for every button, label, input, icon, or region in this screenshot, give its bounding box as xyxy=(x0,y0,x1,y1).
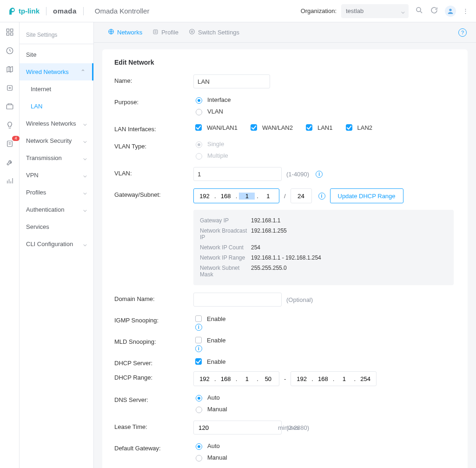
lanif-lan1[interactable]: LAN1 xyxy=(304,123,333,132)
gateway-info-box: Gateway IP192.168.1.1 Network Broadcast … xyxy=(193,210,454,285)
sidebar-item-lan[interactable]: LAN xyxy=(20,98,93,115)
vlan-type-label: VLAN Type: xyxy=(114,140,193,150)
vlan-input[interactable] xyxy=(193,167,282,181)
update-dhcp-range-button[interactable]: Update DHCP Range xyxy=(330,188,403,203)
more-icon[interactable]: ⋮ xyxy=(463,7,469,14)
dns-manual-radio[interactable]: Manual xyxy=(193,405,456,413)
sidebar-item-wired-networks[interactable]: Wired Networks ⌃ xyxy=(20,63,93,80)
sidebar-item-services[interactable]: Services xyxy=(20,218,93,235)
sidebar: Site Settings Site Wired Networks ⌃ Inte… xyxy=(20,22,94,468)
rail-dashboard[interactable] xyxy=(5,27,15,37)
dns-auto-radio[interactable]: Auto xyxy=(193,394,456,401)
tab-profile[interactable]: Profile xyxy=(152,29,178,36)
name-label: Name: xyxy=(114,74,193,84)
chevron-down-icon: ⌵ xyxy=(401,7,405,14)
search-icon[interactable] xyxy=(415,6,423,16)
chevron-down-icon: ⌵ xyxy=(83,241,87,247)
tabs: Networks Profile Switch Settings ? xyxy=(94,22,476,43)
sidebar-item-vpn[interactable]: VPN⌵ xyxy=(20,167,93,184)
main-content: Networks Profile Switch Settings ? Edit … xyxy=(94,22,476,468)
defgw-auto-radio[interactable]: Auto xyxy=(193,442,456,450)
rail-tools[interactable] xyxy=(5,157,15,167)
dhcp-server-enable-check[interactable]: Enable xyxy=(193,357,456,366)
sidebar-item-cli-configuration[interactable]: CLI Configuration⌵ xyxy=(20,235,93,253)
tab-switch-settings[interactable]: Switch Settings xyxy=(189,28,239,36)
svg-point-0 xyxy=(12,9,14,11)
lanif-wanlan1[interactable]: WAN/LAN1 xyxy=(193,123,238,132)
chevron-down-icon: ⌵ xyxy=(83,189,87,196)
mld-label: MLD Snooping: xyxy=(114,335,193,345)
dns-server-label: DNS Server: xyxy=(114,394,193,403)
dhcp-server-label: DHCP Server: xyxy=(114,357,193,367)
igmp-label: IGMP Snooping: xyxy=(114,314,193,324)
tplink-logo: tp-link xyxy=(7,7,40,16)
svg-point-1 xyxy=(416,7,421,12)
rail-clients[interactable] xyxy=(5,101,15,112)
gear-icon xyxy=(189,28,195,36)
chevron-down-icon: ⌵ xyxy=(83,154,87,161)
vlan-type-multiple: Multiple xyxy=(193,152,456,160)
info-icon[interactable]: i xyxy=(195,324,202,331)
sidebar-item-site[interactable]: Site xyxy=(20,46,93,63)
rail-map[interactable] xyxy=(5,64,15,74)
separator xyxy=(46,7,46,15)
user-avatar[interactable] xyxy=(445,6,456,17)
sidebar-item-wireless-networks[interactable]: Wireless Networks⌵ xyxy=(20,115,93,132)
chevron-down-icon: ⌵ xyxy=(83,206,87,213)
edit-network-panel: Edit Network Name: Purpose: Interface VL… xyxy=(102,49,468,468)
purpose-interface-radio[interactable]: Interface xyxy=(193,96,456,104)
purpose-label: Purpose: xyxy=(114,96,193,106)
optional-hint: (Optional) xyxy=(286,296,313,303)
dhcp-range-from[interactable]: . . . xyxy=(193,371,279,386)
rail-insights[interactable] xyxy=(5,120,15,130)
sidebar-header: Site Settings xyxy=(20,26,93,44)
rail-log[interactable]: 4 xyxy=(5,139,15,149)
info-icon[interactable]: i xyxy=(195,345,202,352)
brand-tp-text: tp-link xyxy=(19,7,40,15)
topbar: tp-link omada Omada Kontroller Organizat… xyxy=(0,0,476,22)
mld-enable-check[interactable]: Enable xyxy=(193,335,456,345)
rail-stats[interactable] xyxy=(5,46,15,56)
lanif-wanlan2[interactable]: WAN/LAN2 xyxy=(249,123,293,132)
info-icon[interactable]: i xyxy=(316,171,323,178)
info-icon[interactable]: i xyxy=(318,193,325,200)
profile-icon xyxy=(152,29,159,36)
domain-name-input[interactable] xyxy=(193,293,282,307)
chevron-up-icon: ⌃ xyxy=(80,68,86,75)
subnet-input[interactable] xyxy=(291,188,312,203)
svg-rect-9 xyxy=(7,86,12,91)
lease-time-input[interactable]: minutes xyxy=(193,421,282,435)
purpose-vlan-radio[interactable]: VLAN xyxy=(193,107,456,115)
svg-rect-4 xyxy=(7,29,9,31)
vlan-hint: (1-4090) xyxy=(286,171,309,178)
rail-devices[interactable] xyxy=(5,83,15,93)
tab-networks[interactable]: Networks xyxy=(108,28,142,36)
domain-name-label: Domain Name: xyxy=(114,293,193,302)
notification-badge: 4 xyxy=(12,136,19,141)
lan-interfaces-label: LAN Interfaces: xyxy=(114,123,193,133)
help-icon[interactable]: ? xyxy=(458,28,467,37)
sidebar-item-transmission[interactable]: Transmission⌵ xyxy=(20,149,93,167)
svg-rect-6 xyxy=(7,33,9,35)
sidebar-item-network-security[interactable]: Network Security⌵ xyxy=(20,132,93,149)
name-input[interactable] xyxy=(193,74,270,88)
lease-hint: (2-2880) xyxy=(286,424,309,431)
org-dropdown[interactable]: testlab ⌵ xyxy=(341,4,409,18)
dhcp-range-to[interactable]: . . . xyxy=(291,371,377,386)
lanif-lan2[interactable]: LAN2 xyxy=(344,123,373,132)
svg-rect-7 xyxy=(10,33,13,35)
slash: / xyxy=(284,193,286,200)
dhcp-range-label: DHCP Range: xyxy=(114,371,193,381)
sidebar-item-authentication[interactable]: Authentication⌵ xyxy=(20,201,93,218)
separator xyxy=(83,7,84,15)
igmp-enable-check[interactable]: Enable xyxy=(193,314,456,323)
defgw-manual-radio[interactable]: Manual xyxy=(193,454,456,461)
chevron-down-icon: ⌵ xyxy=(83,120,87,127)
svg-rect-21 xyxy=(153,30,158,34)
sidebar-item-internet[interactable]: Internet xyxy=(20,80,93,98)
default-gw-label: Default Gateway: xyxy=(114,442,193,452)
sidebar-item-profiles[interactable]: Profiles⌵ xyxy=(20,184,93,201)
refresh-icon[interactable] xyxy=(430,6,438,16)
rail-reports[interactable] xyxy=(5,176,15,186)
gateway-ip-input[interactable]: . . . xyxy=(193,188,279,203)
